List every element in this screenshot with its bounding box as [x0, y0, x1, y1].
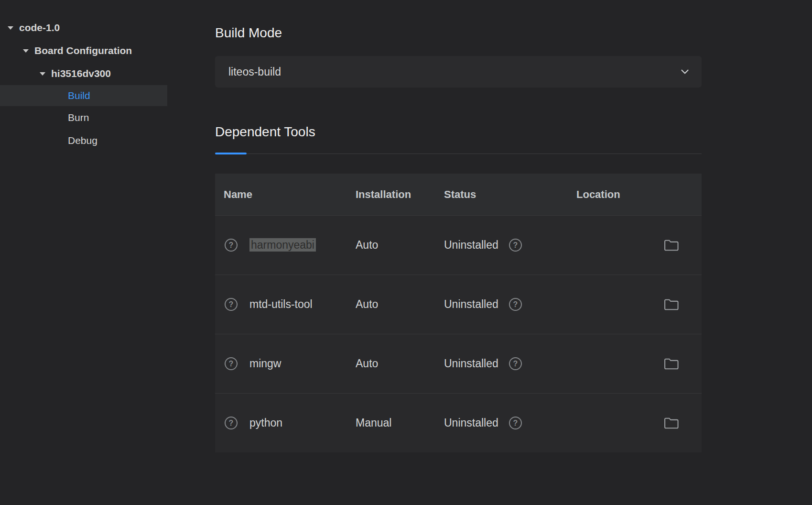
- status-help-icon[interactable]: ?: [509, 357, 522, 370]
- tree-item-label: Board Configuration: [34, 45, 132, 56]
- browse-location-button[interactable]: [664, 239, 680, 252]
- build-settings-panel: Build Mode liteos-build Dependent Tools …: [215, 0, 702, 505]
- build-mode-title: Build Mode: [215, 25, 282, 41]
- tree-item-label: Debug: [68, 135, 97, 146]
- table-row: ? harmonyeabi Auto Uninstalled ?: [215, 215, 702, 274]
- triangle-down-icon[interactable]: [6, 26, 15, 30]
- tool-status: Uninstalled: [444, 298, 498, 311]
- tree-item-board-configuration[interactable]: Board Configuration: [0, 39, 167, 62]
- tool-name[interactable]: python: [249, 417, 282, 429]
- folder-icon: [664, 298, 680, 311]
- tree-item-label: Build: [68, 90, 90, 101]
- browse-location-button[interactable]: [664, 357, 680, 371]
- status-help-icon[interactable]: ?: [509, 298, 522, 311]
- tab-dependent-tools[interactable]: Dependent Tools: [215, 124, 315, 140]
- tab-divider: [215, 154, 702, 154]
- table-header-row: Name Installation Status Location: [215, 174, 702, 215]
- column-header-location: Location: [576, 188, 702, 201]
- triangle-down-icon[interactable]: [38, 72, 47, 76]
- column-header-status: Status: [444, 188, 576, 201]
- project-tree-sidebar: code-1.0 Board Configuration hi3516dv300…: [0, 16, 167, 152]
- dependent-tools-table: Name Installation Status Location ? harm…: [215, 174, 702, 452]
- installation-mode: Auto: [356, 298, 444, 311]
- folder-icon: [664, 239, 680, 252]
- folder-icon: [664, 357, 680, 371]
- browse-location-button[interactable]: [664, 298, 680, 311]
- folder-icon: [664, 417, 680, 430]
- table-row: ? python Manual Uninstalled ?: [215, 393, 702, 452]
- build-mode-select[interactable]: liteos-build: [215, 56, 702, 88]
- deveco-device-tool-window: code-1.0 Board Configuration hi3516dv300…: [0, 0, 812, 505]
- tool-name[interactable]: mingw: [249, 357, 281, 370]
- tool-status: Uninstalled: [444, 357, 498, 370]
- tree-item-label: Burn: [68, 112, 89, 123]
- tool-name[interactable]: harmonyeabi: [249, 238, 316, 252]
- triangle-down-icon[interactable]: [21, 49, 31, 53]
- tree-item-label: code-1.0: [19, 22, 60, 33]
- chevron-down-icon: [679, 66, 691, 78]
- tree-item-label: hi3516dv300: [51, 68, 111, 79]
- installation-mode: Manual: [356, 417, 444, 429]
- tool-help-icon[interactable]: ?: [225, 239, 238, 252]
- tree-item-project-code[interactable]: code-1.0: [0, 16, 167, 39]
- status-help-icon[interactable]: ?: [509, 239, 522, 252]
- tool-name[interactable]: mtd-utils-tool: [249, 298, 313, 310]
- installation-mode: Auto: [356, 357, 444, 370]
- column-header-installation: Installation: [356, 188, 444, 201]
- active-tab-indicator: [215, 153, 247, 154]
- browse-location-button[interactable]: [664, 417, 680, 430]
- tool-help-icon[interactable]: ?: [225, 417, 238, 429]
- status-help-icon[interactable]: ?: [509, 417, 522, 429]
- tool-status: Uninstalled: [444, 417, 498, 429]
- tool-status: Uninstalled: [444, 239, 498, 252]
- tree-item-hi3516dv300[interactable]: hi3516dv300: [0, 62, 167, 85]
- table-row: ? mingw Auto Uninstalled ?: [215, 334, 702, 393]
- tree-item-debug[interactable]: Debug: [0, 129, 167, 152]
- build-mode-value: liteos-build: [228, 66, 281, 78]
- installation-mode: Auto: [356, 239, 444, 252]
- table-row: ? mtd-utils-tool Auto Uninstalled ?: [215, 274, 702, 334]
- tree-item-build[interactable]: Build: [0, 85, 167, 106]
- column-header-name: Name: [224, 188, 356, 201]
- tool-help-icon[interactable]: ?: [225, 357, 238, 370]
- tree-item-burn[interactable]: Burn: [0, 106, 167, 129]
- tool-help-icon[interactable]: ?: [225, 298, 238, 311]
